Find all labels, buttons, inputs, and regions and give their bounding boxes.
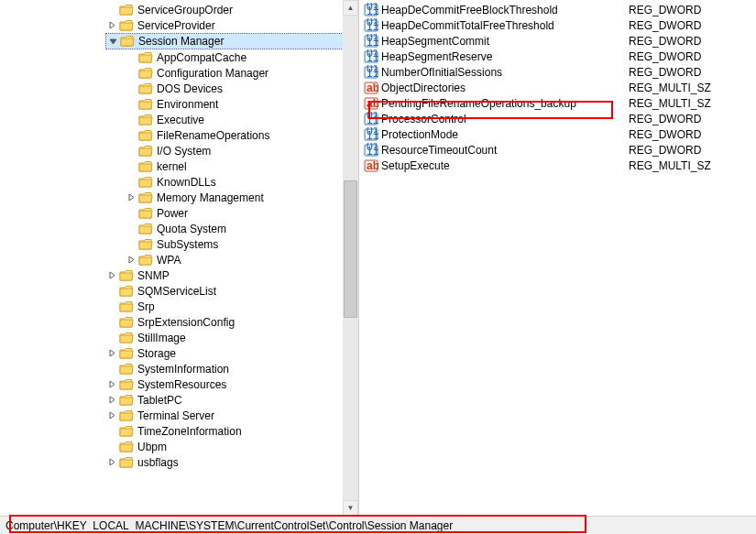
tree-item-label: StillImage xyxy=(136,332,188,344)
binary-value-icon xyxy=(363,127,379,142)
tree-item[interactable]: KnownDLLs xyxy=(125,174,358,190)
tree-item-label: Session Manager xyxy=(137,35,225,48)
tree-item-label: AppCompatCache xyxy=(155,51,248,64)
expander-open-icon[interactable] xyxy=(106,35,120,49)
binary-value-icon xyxy=(363,34,379,49)
value-row[interactable]: HeapDeCommitTotalFreeThresholdREG_DWORD xyxy=(359,17,756,33)
folder-icon xyxy=(138,51,153,64)
value-row[interactable]: HeapSegmentCommitREG_DWORD xyxy=(359,33,756,49)
folder-icon xyxy=(119,332,134,344)
value-type: REG_DWORD xyxy=(629,144,701,157)
tree-item[interactable]: TimeZoneInformation xyxy=(105,423,358,439)
tree-item-label: I/O System xyxy=(155,145,213,158)
scroll-down-button[interactable]: ▼ xyxy=(343,500,358,516)
value-row[interactable]: PendingFileRenameOperations_backupREG_MU… xyxy=(359,95,756,111)
tree-item[interactable]: Terminal Server xyxy=(105,408,358,423)
tree-item-label: Storage xyxy=(136,347,178,360)
tree-item[interactable]: SNMP xyxy=(105,267,358,283)
folder-icon xyxy=(119,378,134,391)
tree-item[interactable]: Quota System xyxy=(125,221,358,236)
value-row[interactable]: HeapDeCommitFreeBlockThresholdREG_DWORD xyxy=(359,2,756,17)
expander-closed-icon[interactable] xyxy=(125,253,138,267)
value-type: REG_DWORD xyxy=(629,50,701,63)
tree-item-label: SystemInformation xyxy=(136,363,231,376)
folder-icon xyxy=(119,4,134,16)
value-name: NumberOfInitialSessions xyxy=(381,66,629,79)
folder-icon xyxy=(138,191,153,204)
tree-item-label: KnownDLLs xyxy=(155,176,218,189)
scroll-track[interactable] xyxy=(343,16,358,500)
folder-icon xyxy=(138,67,153,80)
value-row[interactable]: ResourceTimeoutCountREG_DWORD xyxy=(359,142,756,158)
value-name: PendingFileRenameOperations_backup xyxy=(381,97,629,110)
value-type: REG_MULTI_SZ xyxy=(629,159,711,172)
tree-item-label: SQMServiceList xyxy=(136,285,218,298)
scroll-up-button[interactable]: ▲ xyxy=(343,0,358,16)
vertical-scrollbar[interactable]: ▲ ▼ xyxy=(343,0,358,516)
value-name: SetupExecute xyxy=(381,159,629,172)
folder-icon xyxy=(119,363,134,376)
status-path: Computer\HKEY_LOCAL_MACHINE\SYSTEM\Curre… xyxy=(5,519,453,532)
tree-item[interactable]: FileRenameOperations xyxy=(125,127,358,143)
tree-item-label: Ubpm xyxy=(136,441,169,453)
tree-panel: ServiceGroupOrderServiceProviderSession … xyxy=(0,0,359,516)
binary-value-icon xyxy=(363,65,379,80)
tree-item[interactable]: usbflags xyxy=(105,454,358,470)
value-row[interactable]: NumberOfInitialSessionsREG_DWORD xyxy=(359,64,756,80)
tree-item[interactable]: Configuration Manager xyxy=(125,65,358,81)
tree-item[interactable]: StillImage xyxy=(105,330,358,345)
scroll-thumb[interactable] xyxy=(344,180,357,318)
value-type: REG_DWORD xyxy=(629,113,701,125)
tree-item-label: SrpExtensionConfig xyxy=(136,316,236,329)
string-value-icon xyxy=(363,96,379,111)
tree-item[interactable]: Environment xyxy=(125,96,358,112)
tree-item[interactable]: DOS Devices xyxy=(125,81,358,96)
values-panel: HeapDeCommitFreeBlockThresholdREG_DWORDH… xyxy=(359,0,756,516)
binary-value-icon xyxy=(363,3,379,17)
folder-icon xyxy=(119,347,134,360)
expander-closed-icon[interactable] xyxy=(105,409,119,422)
tree-item[interactable]: TabletPC xyxy=(105,392,358,408)
tree-item[interactable]: Memory Management xyxy=(125,190,358,205)
tree-item[interactable]: I/O System xyxy=(125,143,358,158)
tree-item[interactable]: kernel xyxy=(125,158,358,174)
value-row[interactable]: HeapSegmentReserveREG_DWORD xyxy=(359,49,756,64)
expander-closed-icon[interactable] xyxy=(105,377,119,391)
expander-closed-icon[interactable] xyxy=(105,18,119,32)
tree-item[interactable]: Storage xyxy=(105,345,358,361)
folder-icon xyxy=(119,19,134,32)
tree-item[interactable]: WPA xyxy=(125,252,358,267)
status-bar: Computer\HKEY_LOCAL_MACHINE\SYSTEM\Curre… xyxy=(0,516,756,534)
tree-item-label: Executive xyxy=(155,114,206,126)
tree-item[interactable]: AppCompatCache xyxy=(125,49,358,65)
value-row[interactable]: ProtectionModeREG_DWORD xyxy=(359,126,756,142)
tree-item[interactable]: ServiceGroupOrder xyxy=(105,2,358,17)
tree-item[interactable]: Srp xyxy=(105,299,358,314)
tree-item[interactable]: SQMServiceList xyxy=(105,283,358,299)
tree-item[interactable]: SystemInformation xyxy=(105,361,358,376)
tree-item[interactable]: Session Manager xyxy=(105,33,358,49)
value-row[interactable]: ObjectDirectoriesREG_MULTI_SZ xyxy=(359,80,756,95)
tree-item[interactable]: Power xyxy=(125,205,358,221)
expander-closed-icon[interactable] xyxy=(125,191,138,204)
tree-item-label: Quota System xyxy=(155,223,228,235)
tree-item-label: SNMP xyxy=(136,269,171,282)
tree-item[interactable]: Ubpm xyxy=(105,439,358,454)
folder-icon xyxy=(138,207,153,220)
value-row[interactable]: ProcessorControlREG_DWORD xyxy=(359,111,756,126)
value-row[interactable]: SetupExecuteREG_MULTI_SZ xyxy=(359,158,756,173)
value-type: REG_DWORD xyxy=(629,128,701,141)
tree-item-label: TimeZoneInformation xyxy=(136,425,244,438)
expander-closed-icon[interactable] xyxy=(105,393,119,407)
tree-item-label: ServiceGroupOrder xyxy=(136,4,235,16)
tree-item[interactable]: SubSystems xyxy=(125,236,358,252)
expander-closed-icon[interactable] xyxy=(105,346,119,360)
tree-item[interactable]: SrpExtensionConfig xyxy=(105,314,358,330)
folder-icon xyxy=(138,98,153,111)
tree-item[interactable]: ServiceProvider xyxy=(105,17,358,33)
tree-item[interactable]: SystemResources xyxy=(105,376,358,392)
expander-closed-icon[interactable] xyxy=(105,455,119,469)
tree-item[interactable]: Executive xyxy=(125,112,358,127)
folder-icon xyxy=(138,82,153,95)
expander-closed-icon[interactable] xyxy=(105,268,119,282)
